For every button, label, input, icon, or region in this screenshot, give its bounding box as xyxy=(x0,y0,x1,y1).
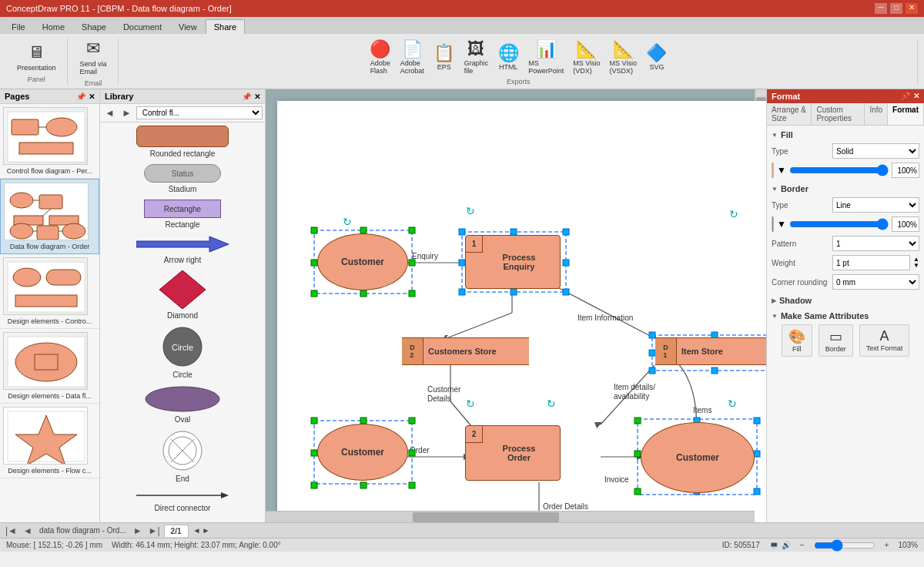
presentation-btn[interactable]: 🖥 Presentation xyxy=(12,40,61,74)
library-close-btn[interactable]: ✕ xyxy=(254,92,260,101)
page-last-btn[interactable]: ►| xyxy=(146,525,162,536)
shape-item-store[interactable]: D1 Item Store xyxy=(655,337,766,365)
ms-visio-vsdx-btn[interactable]: 📐 MS Visio(VSDX) xyxy=(607,38,640,76)
corner-rounding-select[interactable]: 0 mm xyxy=(832,274,919,290)
lib-item-stadium[interactable]: Status Stadium xyxy=(109,164,256,193)
format-tab-custom[interactable]: Custom Properties xyxy=(812,103,865,125)
border-weight-input[interactable] xyxy=(832,255,910,270)
page-thumb-2[interactable]: Data flow diagram - Order xyxy=(0,179,99,254)
minimize-btn[interactable]: ─ xyxy=(875,3,887,14)
svg-rect-72 xyxy=(754,488,760,495)
border-color-swatch[interactable] xyxy=(772,216,774,232)
fill-color-arrow[interactable]: ▼ xyxy=(777,165,786,176)
library-pin-btn[interactable]: 📌 xyxy=(242,92,251,101)
fill-section-header[interactable]: Fill xyxy=(772,130,919,139)
tab-view[interactable]: View xyxy=(170,19,206,34)
lib-item-rectangle[interactable]: Rectanghe Rectangle xyxy=(109,200,256,229)
border-opacity-input[interactable] xyxy=(892,216,919,232)
shape-customer2[interactable]: Customer xyxy=(317,424,408,481)
lib-item-oval[interactable]: Oval xyxy=(109,385,256,424)
format-pin-btn[interactable]: 📌 xyxy=(901,92,910,101)
adobe-acrobat-btn[interactable]: 📄 AdobeAcrobat xyxy=(397,38,427,76)
page-thumb-4[interactable]: Design elements - Data fl... xyxy=(0,329,99,404)
zoom-slider[interactable] xyxy=(814,541,875,550)
svg-btn[interactable]: 🔷 SVG xyxy=(643,42,671,72)
format-close-btn[interactable]: ✕ xyxy=(913,92,919,101)
svg-rect-93 xyxy=(311,227,317,233)
scrollbar-h-thumb[interactable] xyxy=(413,512,560,522)
title-bar: ConceptDraw PRO 11 - [CBPM - Data flow d… xyxy=(0,0,924,17)
page-thumb-3[interactable]: Design elements - Contro... xyxy=(0,254,99,329)
tab-file[interactable]: File xyxy=(3,19,34,34)
page-first-btn[interactable]: |◄ xyxy=(3,525,19,536)
graphic-file-btn[interactable]: 🖼 Graphicfile xyxy=(461,38,492,76)
fill-type-row: Type Solid xyxy=(772,143,919,159)
lib-item-end[interactable]: End xyxy=(109,430,256,483)
border-weight-spinner[interactable]: ▲ ▼ xyxy=(913,257,919,269)
make-same-fill-btn[interactable]: 🎨 Fill xyxy=(782,324,812,357)
zoom-out-btn[interactable]: − xyxy=(800,541,805,549)
send-email-btn[interactable]: ✉ Send viaEmail xyxy=(75,36,112,78)
close-btn[interactable]: ✕ xyxy=(906,3,918,14)
shape-customer3[interactable]: Customer xyxy=(641,422,755,493)
shape-customers-store[interactable]: D2 Customers Store xyxy=(402,337,529,365)
eps-label: EPS xyxy=(437,63,451,71)
format-tab-info[interactable]: Info xyxy=(865,103,888,125)
page-thumb-5[interactable]: Design elements - Flow c... xyxy=(0,404,99,478)
tab-home[interactable]: Home xyxy=(34,19,73,34)
canvas-scrollbar-h[interactable] xyxy=(266,511,755,522)
make-same-border-btn[interactable]: ▭ Border xyxy=(819,324,853,357)
flash-icon: 🔴 xyxy=(370,39,390,59)
border-section-header[interactable]: Border xyxy=(772,184,919,193)
shape-process-order[interactable]: 2 ProcessOrder xyxy=(465,425,561,481)
html-btn[interactable]: 🌐 HTML xyxy=(494,42,522,72)
fill-opacity-slider[interactable] xyxy=(789,165,889,176)
fill-color-row: ▼ xyxy=(772,163,919,178)
border-color-arrow[interactable]: ▼ xyxy=(777,219,786,230)
border-opacity-slider[interactable] xyxy=(789,219,889,230)
eps-btn[interactable]: 📋 EPS xyxy=(430,42,458,72)
shape-customer1[interactable]: Customer xyxy=(317,233,408,290)
title-bar-controls[interactable]: ─ □ ✕ xyxy=(875,3,918,14)
lib-item-rounded-rect[interactable]: Rounded rectangle xyxy=(109,126,256,158)
page-next-btn[interactable]: ► xyxy=(131,525,145,536)
shadow-section-header[interactable]: Shadow xyxy=(772,296,919,305)
tab-share[interactable]: Share xyxy=(206,19,245,34)
page-scroll-left[interactable]: ◄ xyxy=(193,526,201,535)
page-prev-btn[interactable]: ◄ xyxy=(21,525,35,536)
page-tab-1[interactable]: 2/1 xyxy=(164,525,189,537)
lib-item-diamond[interactable]: Diamond xyxy=(109,270,256,320)
lib-item-arrow-right[interactable]: Arrow right xyxy=(109,235,256,264)
ms-visio-vdx-btn[interactable]: 📐 MS Visio(VDX) xyxy=(570,38,603,76)
shape-process-enquiry[interactable]: 1 ProcessEnquiry xyxy=(465,235,561,289)
canvas[interactable]: Enquiry Item Information Customer Detail… xyxy=(277,101,766,522)
border-type-select[interactable]: Line xyxy=(832,197,919,213)
lib-back-btn[interactable]: ◄ xyxy=(102,106,117,119)
fill-color-swatch[interactable] xyxy=(772,163,774,178)
border-pattern-select[interactable]: 1 xyxy=(832,236,919,251)
adobe-flash-btn[interactable]: 🔴 AdobeFlash xyxy=(367,38,394,76)
page-thumb-1[interactable]: Control flow diagram - Per... xyxy=(0,104,99,179)
zoom-in-btn[interactable]: + xyxy=(885,541,889,549)
library-dropdown[interactable]: Control fl... xyxy=(136,106,263,119)
format-tab-format[interactable]: Format xyxy=(888,103,924,125)
pages-close-btn[interactable]: ✕ xyxy=(89,92,95,101)
page-scroll-right[interactable]: ► xyxy=(202,526,209,535)
ppt-label: MSPowerPoint xyxy=(528,59,564,75)
fill-type-select[interactable]: Solid xyxy=(832,143,919,159)
make-same-text-btn[interactable]: A Text Format xyxy=(859,324,910,357)
lib-forward-btn[interactable]: ► xyxy=(119,106,134,119)
maximize-btn[interactable]: □ xyxy=(890,3,902,14)
pages-pin-btn[interactable]: 📌 xyxy=(76,92,85,101)
format-tab-arrange[interactable]: Arrange & Size xyxy=(767,103,812,125)
lib-item-circle[interactable]: Circle Circle xyxy=(109,326,256,379)
pages-panel: Pages 📌 ✕ Control flow diagram - xyxy=(0,89,100,522)
ms-powerpoint-btn[interactable]: 📊 MSPowerPoint xyxy=(525,38,567,76)
fill-opacity-input[interactable] xyxy=(892,163,919,178)
tab-document[interactable]: Document xyxy=(115,19,170,34)
canvas-area[interactable]: Enquiry Item Information Customer Detail… xyxy=(266,89,766,522)
make-same-section-header[interactable]: Make Same Attributes xyxy=(772,311,919,320)
lib-item-connector[interactable]: Direct connector xyxy=(109,489,256,512)
svg-rect-18 xyxy=(46,270,81,285)
tab-shape[interactable]: Shape xyxy=(73,19,115,34)
